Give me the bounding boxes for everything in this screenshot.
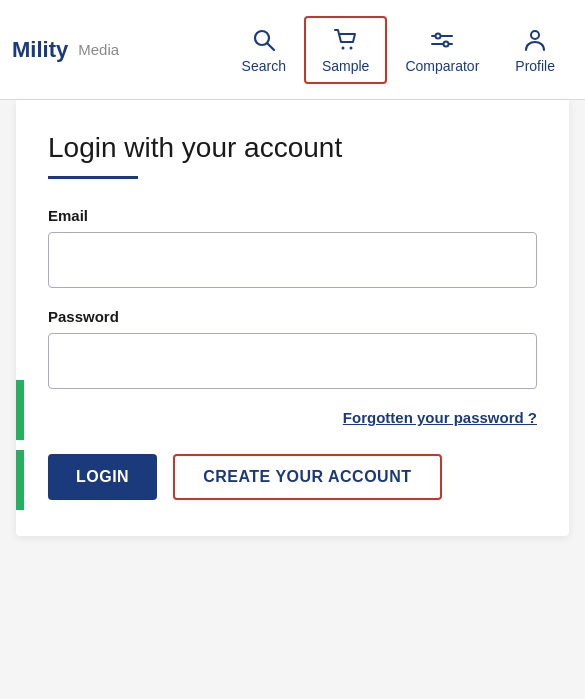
svg-point-6 bbox=[436, 33, 441, 38]
forgot-password-link[interactable]: Forgotten your password ? bbox=[48, 409, 537, 426]
nav-item-search[interactable]: Search bbox=[224, 16, 304, 84]
nav-item-sample[interactable]: Sample bbox=[304, 16, 387, 84]
svg-point-8 bbox=[531, 31, 539, 39]
search-label: Search bbox=[242, 58, 286, 74]
email-input[interactable] bbox=[48, 232, 537, 288]
login-button[interactable]: LOGIN bbox=[48, 454, 157, 500]
title-underline bbox=[48, 176, 138, 179]
password-label: Password bbox=[48, 308, 537, 325]
login-card: Login with your account Email Password F… bbox=[16, 100, 569, 536]
email-field-group: Email bbox=[48, 207, 537, 308]
password-input[interactable] bbox=[48, 333, 537, 389]
email-label: Email bbox=[48, 207, 537, 224]
dropdown-arrow bbox=[310, 100, 346, 118]
media-nav-item[interactable]: Media bbox=[78, 41, 119, 58]
search-icon bbox=[250, 26, 278, 54]
main-content: Login with your account Email Password F… bbox=[0, 100, 585, 699]
nav-item-comparator[interactable]: Comparator bbox=[387, 16, 497, 84]
profile-label: Profile bbox=[515, 58, 555, 74]
profile-icon bbox=[521, 26, 549, 54]
svg-line-1 bbox=[267, 43, 274, 50]
navbar: M ility Media Search Sample bbox=[0, 0, 585, 100]
button-row: LOGIN CREATE YOUR ACCOUNT bbox=[48, 454, 537, 500]
create-account-button[interactable]: CREATE YOUR ACCOUNT bbox=[173, 454, 441, 500]
sample-label: Sample bbox=[322, 58, 369, 74]
navbar-brand: M ility bbox=[12, 37, 68, 63]
cart-icon bbox=[332, 26, 360, 54]
svg-point-3 bbox=[349, 46, 352, 49]
svg-point-2 bbox=[341, 46, 344, 49]
password-field-group: Password bbox=[48, 308, 537, 409]
svg-point-7 bbox=[444, 41, 449, 46]
login-title: Login with your account bbox=[48, 132, 537, 164]
comparator-label: Comparator bbox=[405, 58, 479, 74]
nav-item-profile[interactable]: Profile bbox=[497, 16, 573, 84]
comparator-icon bbox=[428, 26, 456, 54]
nav-items: Search Sample Comparator bbox=[224, 16, 573, 84]
